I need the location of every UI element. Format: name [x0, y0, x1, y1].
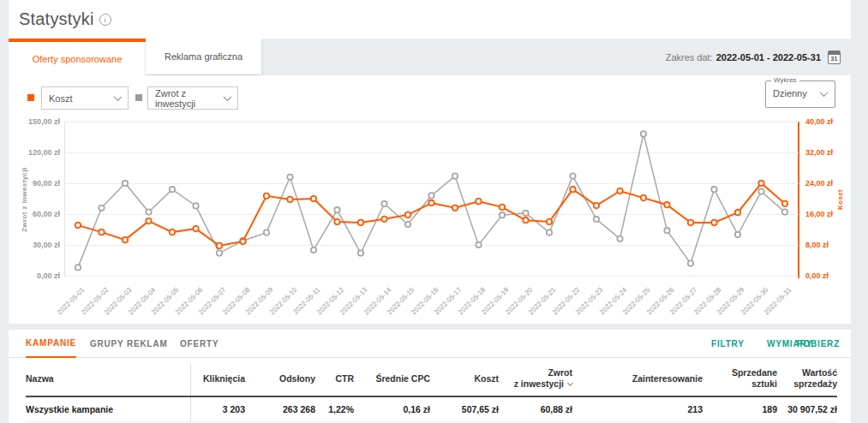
data-point[interactable]	[664, 228, 669, 233]
data-point[interactable]	[594, 217, 599, 222]
data-point[interactable]	[547, 229, 552, 235]
subnav-tab-oferty[interactable]: OFERTY	[180, 330, 218, 357]
data-point[interactable]	[381, 201, 386, 206]
tab-reklama-graficzna[interactable]: Reklama graficzna	[146, 39, 261, 74]
column-header-8[interactable]: Sprzedane sztuki	[703, 364, 777, 396]
data-point[interactable]	[123, 237, 128, 242]
download-button[interactable]: POBIERZ	[797, 330, 840, 357]
data-point[interactable]	[688, 260, 693, 265]
data-point[interactable]	[146, 209, 151, 214]
subnav-tab-kampanie[interactable]: KAMPANIE	[26, 330, 76, 358]
data-point[interactable]	[217, 243, 222, 248]
date-range-value: 2022-05-01 - 2022-05-31	[716, 52, 821, 63]
left-axis-tick: 90,00 zł	[9, 179, 60, 188]
data-point[interactable]	[664, 202, 669, 207]
column-header-0[interactable]: Nazwa	[26, 364, 190, 396]
date-range-picker[interactable]: Zakres dat: 2022-05-01 - 2022-05-31 31	[666, 39, 841, 75]
data-point[interactable]	[735, 210, 740, 215]
data-point[interactable]	[547, 219, 552, 224]
data-point[interactable]	[570, 173, 575, 178]
data-point[interactable]	[287, 197, 292, 202]
data-point[interactable]	[123, 181, 128, 186]
data-point[interactable]	[170, 187, 175, 192]
data-point[interactable]	[264, 194, 269, 199]
data-point[interactable]	[99, 229, 104, 235]
data-point[interactable]	[758, 181, 763, 186]
data-point[interactable]	[99, 206, 104, 211]
main-tab-bar: Oferty sponsorowane Reklama graficzna Za…	[9, 39, 851, 75]
chart-type-label: Wykres	[771, 76, 799, 84]
info-icon[interactable]: i	[99, 14, 111, 26]
data-point[interactable]	[500, 212, 505, 217]
date-range-label: Zakres dat:	[666, 52, 713, 63]
data-point[interactable]	[641, 195, 646, 200]
data-point[interactable]	[711, 220, 716, 225]
data-point[interactable]	[287, 175, 292, 180]
data-point[interactable]	[358, 220, 363, 225]
data-point[interactable]	[311, 196, 316, 201]
series2-select[interactable]: Zwrot z inwestycji	[147, 86, 238, 110]
chart-panel: Koszt Zwrot z inwestycji Wykres Dzienny …	[9, 75, 851, 324]
data-point[interactable]	[476, 242, 481, 247]
line-chart[interactable]	[64, 110, 799, 285]
data-point[interactable]	[594, 203, 599, 208]
column-header-2[interactable]: Odsłony	[245, 364, 315, 396]
data-point[interactable]	[381, 217, 386, 222]
series1-select[interactable]: Koszt	[41, 86, 129, 110]
data-point[interactable]	[405, 222, 410, 227]
data-point[interactable]	[523, 211, 528, 216]
data-point[interactable]	[735, 232, 740, 237]
filters-button[interactable]: FILTRY	[711, 330, 745, 357]
data-point[interactable]	[452, 173, 458, 178]
data-point[interactable]	[428, 200, 434, 206]
table-body: Wszystkie kampanie3 203263 2681,22%0,16 …	[26, 396, 837, 421]
data-point[interactable]	[217, 250, 222, 255]
data-point[interactable]	[193, 226, 198, 231]
column-header-7[interactable]: Zainteresowanie	[572, 364, 703, 396]
table-cell: 213	[572, 396, 703, 421]
data-point[interactable]	[428, 193, 434, 198]
column-header-5[interactable]: Koszt	[430, 364, 499, 396]
data-point[interactable]	[170, 229, 175, 235]
right-axis-tick: 8,00 zł	[805, 241, 853, 249]
data-point[interactable]	[334, 219, 339, 224]
data-point[interactable]	[311, 247, 316, 253]
subnav-tab-grupy-reklam[interactable]: GRUPY REKLAM	[90, 330, 168, 357]
data-point[interactable]	[452, 206, 458, 211]
chart-type-select[interactable]: Wykres Dzienny	[765, 80, 835, 108]
data-point[interactable]	[782, 201, 787, 206]
column-header-6[interactable]: Zwrot z inwestycji	[499, 364, 572, 396]
data-point[interactable]	[146, 218, 151, 223]
table-cell: 3 203	[190, 396, 245, 421]
data-point[interactable]	[617, 236, 622, 241]
tab-oferty-sponsorowane[interactable]: Oferty sponsorowane	[9, 39, 146, 75]
page-header: Statystyki i	[9, 0, 851, 39]
data-point[interactable]	[758, 188, 763, 194]
data-point[interactable]	[240, 239, 245, 244]
data-point[interactable]	[523, 217, 528, 223]
data-point[interactable]	[711, 187, 716, 192]
data-point[interactable]	[500, 205, 505, 210]
column-header-9[interactable]: Wartość sprzedaży	[777, 364, 837, 396]
data-point[interactable]	[617, 188, 622, 194]
data-point[interactable]	[75, 265, 81, 270]
data-point[interactable]	[688, 220, 693, 225]
data-point[interactable]	[193, 203, 198, 208]
data-point[interactable]	[334, 207, 339, 212]
data-point[interactable]	[570, 187, 575, 192]
left-axis-tick: 150,00 zł	[9, 117, 60, 126]
calendar-icon[interactable]: 31	[828, 51, 841, 64]
table-row[interactable]: Wszystkie kampanie3 203263 2681,22%0,16 …	[26, 396, 837, 421]
column-header-1[interactable]: Kliknięcia	[190, 364, 245, 396]
data-point[interactable]	[782, 209, 787, 214]
data-point[interactable]	[405, 212, 410, 217]
data-point[interactable]	[264, 229, 269, 235]
data-point[interactable]	[641, 131, 646, 136]
data-point[interactable]	[476, 199, 481, 204]
data-point[interactable]	[75, 223, 81, 228]
sort-chevron-down-icon[interactable]	[567, 380, 573, 386]
column-header-4[interactable]: Średnie CPC	[354, 364, 430, 396]
column-header-3[interactable]: CTR	[315, 364, 354, 396]
data-point[interactable]	[358, 250, 363, 255]
calendar-icon-bar	[829, 51, 840, 55]
